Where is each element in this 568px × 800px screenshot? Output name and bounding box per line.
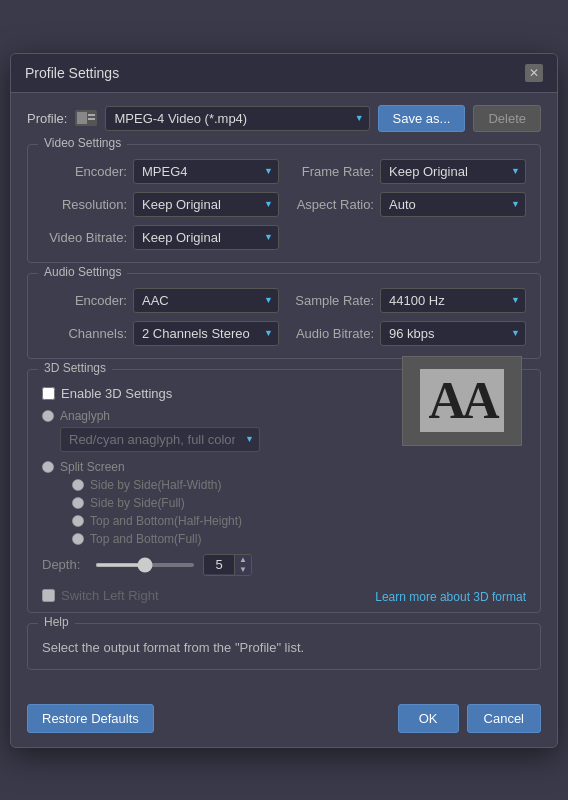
encoder-label: Encoder: — [42, 164, 127, 179]
footer: Restore Defaults OK Cancel — [11, 694, 557, 747]
profile-row: Profile: MPEG-4 Video (*.mp4) Save as...… — [27, 105, 541, 132]
frame-rate-select-wrapper: Keep Original — [380, 159, 526, 184]
split-option-2-radio[interactable] — [72, 497, 84, 509]
svg-rect-2 — [88, 114, 95, 116]
anaglyph-row: Anaglyph — [42, 409, 402, 423]
aspect-ratio-select-wrapper: Auto — [380, 192, 526, 217]
anaglyph-type-select[interactable]: Red/cyan anaglyph, full color — [60, 427, 260, 452]
audio-settings-section: Audio Settings Encoder: AAC Sample Rate:… — [27, 273, 541, 359]
help-title: Help — [38, 615, 75, 629]
depth-slider[interactable] — [95, 563, 195, 567]
encoder-select[interactable]: MPEG4 — [133, 159, 279, 184]
split-screen-label: Split Screen — [60, 460, 125, 474]
ok-button[interactable]: OK — [398, 704, 459, 733]
sample-rate-select[interactable]: 44100 Hz — [380, 288, 526, 313]
frame-rate-row: Frame Rate: Keep Original — [289, 159, 526, 184]
save-as-button[interactable]: Save as... — [378, 105, 466, 132]
video-bitrate-label: Video Bitrate: — [42, 230, 127, 245]
split-option-3-label: Top and Bottom(Half-Height) — [90, 514, 242, 528]
frame-rate-select[interactable]: Keep Original — [380, 159, 526, 184]
3d-settings-body: AA Enable 3D Settings Anaglyph Red/cyan … — [42, 386, 526, 604]
spinner-up-arrow[interactable]: ▲ — [235, 555, 251, 565]
split-option-2-label: Side by Side(Full) — [90, 496, 185, 510]
video-settings-title: Video Settings — [38, 136, 127, 150]
aspect-ratio-select[interactable]: Auto — [380, 192, 526, 217]
cancel-button[interactable]: Cancel — [467, 704, 541, 733]
spinner-down-arrow[interactable]: ▼ — [235, 565, 251, 575]
3d-settings-title: 3D Settings — [38, 361, 112, 375]
learn-more-link[interactable]: Learn more about 3D format — [375, 590, 526, 604]
bottom-row-3d: Switch Left Right Learn more about 3D fo… — [42, 582, 526, 604]
enable-3d-row: Enable 3D Settings — [42, 386, 402, 401]
sample-rate-row: Sample Rate: 44100 Hz — [289, 288, 526, 313]
split-option-4-row: Top and Bottom(Full) — [72, 532, 526, 546]
channels-select-wrapper: 2 Channels Stereo — [133, 321, 279, 346]
video-bitrate-select-wrapper: Keep Original — [133, 225, 279, 250]
switch-left-right-row: Switch Left Right — [42, 588, 159, 603]
audio-bitrate-select-wrapper: 96 kbps — [380, 321, 526, 346]
audio-settings-grid: Encoder: AAC Sample Rate: 44100 Hz — [42, 288, 526, 346]
delete-button[interactable]: Delete — [473, 105, 541, 132]
audio-bitrate-select[interactable]: 96 kbps — [380, 321, 526, 346]
audio-encoder-select-wrapper: AAC — [133, 288, 279, 313]
sample-rate-label: Sample Rate: — [289, 293, 374, 308]
switch-left-right-label: Switch Left Right — [61, 588, 159, 603]
profile-label: Profile: — [27, 111, 67, 126]
profile-format-icon — [75, 110, 97, 126]
encoder-select-wrapper: MPEG4 — [133, 159, 279, 184]
dialog-title: Profile Settings — [25, 65, 119, 81]
video-settings-grid: Encoder: MPEG4 Frame Rate: Keep Original — [42, 159, 526, 250]
encoder-row: Encoder: MPEG4 — [42, 159, 279, 184]
split-option-3-row: Top and Bottom(Half-Height) — [72, 514, 526, 528]
resolution-label: Resolution: — [42, 197, 127, 212]
audio-bitrate-label: Audio Bitrate: — [289, 326, 374, 341]
depth-value[interactable] — [204, 555, 234, 574]
resolution-select-wrapper: Keep Original — [133, 192, 279, 217]
split-option-4-label: Top and Bottom(Full) — [90, 532, 201, 546]
anaglyph-type-select-wrapper: Red/cyan anaglyph, full color — [60, 427, 260, 452]
enable-3d-checkbox[interactable] — [42, 387, 55, 400]
dialog-profile-settings: Profile Settings ✕ Profile: MPEG-4 Video… — [10, 53, 558, 748]
split-option-1-radio[interactable] — [72, 479, 84, 491]
channels-select[interactable]: 2 Channels Stereo — [133, 321, 279, 346]
anaglyph-radio[interactable] — [42, 410, 54, 422]
video-bitrate-select[interactable]: Keep Original — [133, 225, 279, 250]
split-option-1-label: Side by Side(Half-Width) — [90, 478, 221, 492]
title-bar: Profile Settings ✕ — [11, 54, 557, 93]
spinner-arrows: ▲ ▼ — [234, 555, 251, 575]
preview-box: AA — [402, 356, 522, 446]
resolution-row: Resolution: Keep Original — [42, 192, 279, 217]
dialog-content: Profile: MPEG-4 Video (*.mp4) Save as...… — [11, 93, 557, 694]
resolution-select[interactable]: Keep Original — [133, 192, 279, 217]
split-option-3-radio[interactable] — [72, 515, 84, 527]
aspect-ratio-label: Aspect Ratio: — [289, 197, 374, 212]
sample-rate-select-wrapper: 44100 Hz — [380, 288, 526, 313]
split-option-1-row: Side by Side(Half-Width) — [72, 478, 526, 492]
switch-left-right-checkbox[interactable] — [42, 589, 55, 602]
aspect-ratio-row: Aspect Ratio: Auto — [289, 192, 526, 217]
split-screen-row: Split Screen — [42, 460, 526, 474]
audio-encoder-select[interactable]: AAC — [133, 288, 279, 313]
video-settings-section: Video Settings Encoder: MPEG4 Frame Rate… — [27, 144, 541, 263]
audio-encoder-label: Encoder: — [42, 293, 127, 308]
anaglyph-label: Anaglyph — [60, 409, 110, 423]
svg-rect-1 — [77, 112, 87, 124]
3d-settings-section: 3D Settings AA Enable 3D Settings Anagly… — [27, 369, 541, 613]
split-screen-options: Side by Side(Half-Width) Side by Side(Fu… — [72, 478, 526, 546]
split-screen-radio[interactable] — [42, 461, 54, 473]
enable-3d-label: Enable 3D Settings — [61, 386, 172, 401]
help-section: Help Select the output format from the "… — [27, 623, 541, 670]
close-button[interactable]: ✕ — [525, 64, 543, 82]
split-option-4-radio[interactable] — [72, 533, 84, 545]
restore-defaults-button[interactable]: Restore Defaults — [27, 704, 154, 733]
depth-row: Depth: ▲ ▼ — [42, 554, 526, 576]
audio-bitrate-row: Audio Bitrate: 96 kbps — [289, 321, 526, 346]
channels-row: Channels: 2 Channels Stereo — [42, 321, 279, 346]
svg-rect-3 — [88, 118, 95, 120]
profile-select[interactable]: MPEG-4 Video (*.mp4) — [105, 106, 369, 131]
audio-settings-title: Audio Settings — [38, 265, 127, 279]
channels-label: Channels: — [42, 326, 127, 341]
depth-spinner: ▲ ▼ — [203, 554, 252, 576]
audio-encoder-row: Encoder: AAC — [42, 288, 279, 313]
depth-label: Depth: — [42, 557, 87, 572]
